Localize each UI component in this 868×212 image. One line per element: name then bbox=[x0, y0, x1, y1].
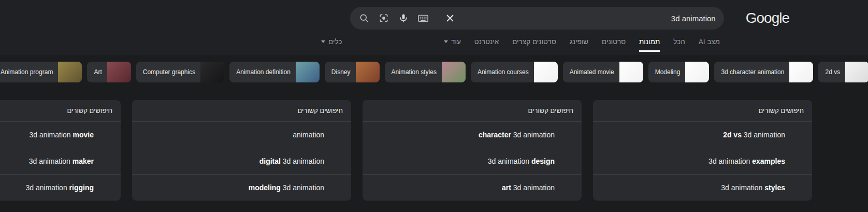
related-search-item[interactable]: character 3d animation bbox=[363, 121, 582, 148]
tab-ai-mode[interactable]: מצב AI bbox=[699, 38, 720, 52]
chip-animation-courses[interactable]: Animation courses bbox=[471, 62, 558, 82]
chip-thumbnail bbox=[534, 62, 558, 82]
chip-3d-character-animation[interactable]: 3d character animation bbox=[714, 62, 813, 82]
chip-animation-styles[interactable]: Animation styles bbox=[385, 62, 466, 82]
related-panel-2: חיפושים קשורים animation digital 3d anim… bbox=[132, 100, 351, 201]
tab-label: אינטרנט bbox=[474, 38, 499, 46]
search-input[interactable]: 3d animation bbox=[350, 7, 724, 30]
google-logo[interactable]: Google bbox=[746, 10, 789, 26]
chip-art[interactable]: Art bbox=[87, 62, 131, 82]
tab-more[interactable]: עוד bbox=[444, 38, 461, 52]
chip-thumbnail bbox=[200, 62, 224, 82]
related-search-item[interactable]: 2d vs 3d animation bbox=[593, 121, 812, 148]
result-tabs: מצב AI הכל תמונות סרטונים שופינג סרטונים… bbox=[0, 33, 868, 52]
mic-icon[interactable] bbox=[398, 12, 409, 24]
tab-label: הכל bbox=[673, 38, 685, 46]
search-icon[interactable] bbox=[358, 12, 370, 24]
chip-label: 3d character animation bbox=[714, 68, 789, 76]
search-query-text[interactable]: 3d animation bbox=[671, 14, 716, 23]
chip-label: Computer graphics bbox=[136, 68, 200, 76]
chip-label: Disney bbox=[325, 68, 356, 76]
chip-2d-vs[interactable]: 2d vs bbox=[818, 62, 868, 82]
tab-label: סרטונים bbox=[602, 38, 626, 46]
header: Google 3d animation bbox=[0, 0, 868, 55]
chip-label: Animation styles bbox=[385, 68, 442, 76]
chip-disney[interactable]: Disney bbox=[325, 62, 380, 82]
tab-label: שופינג bbox=[570, 38, 588, 46]
chip-label: Animation program bbox=[0, 68, 58, 76]
google-images-results-page: { "logo": { "text": "Google" }, "search"… bbox=[0, 0, 868, 212]
chip-thumbnail bbox=[789, 62, 813, 82]
chip-thumbnail bbox=[296, 62, 320, 82]
tools-label: כלים bbox=[328, 38, 342, 46]
chip-modeling[interactable]: Modeling bbox=[648, 62, 710, 82]
tab-label: מצב AI bbox=[699, 38, 720, 46]
chip-label: 2d vs bbox=[818, 68, 845, 76]
chip-label: Animated movie bbox=[563, 68, 619, 76]
chip-thumbnail bbox=[685, 62, 709, 82]
related-panel-title: חיפושים קשורים bbox=[363, 100, 582, 121]
tab-label: עוד bbox=[451, 38, 461, 46]
search-bar-icons bbox=[358, 12, 456, 24]
clear-icon[interactable] bbox=[444, 12, 456, 24]
related-search-item[interactable]: animation bbox=[132, 121, 351, 148]
related-panel-title: חיפושים קשורים bbox=[593, 100, 812, 121]
chip-label: Art bbox=[87, 68, 107, 76]
related-panel-1: חיפושים קשורים 3d animation movie 3d ani… bbox=[0, 100, 121, 201]
related-search-item[interactable]: 3d animation rigging bbox=[0, 174, 121, 201]
top-row: Google 3d animation bbox=[0, 0, 868, 33]
related-searches-section: חיפושים קשורים 3d animation movie 3d ani… bbox=[0, 100, 868, 201]
related-search-item[interactable]: digital 3d animation bbox=[132, 148, 351, 174]
related-panel-title: חיפושים קשורים bbox=[0, 100, 121, 121]
related-search-item[interactable]: modeling 3d animation bbox=[132, 174, 351, 201]
filter-chips-strip: Animation program Art Computer graphics … bbox=[0, 62, 868, 82]
chip-thumbnail bbox=[107, 62, 131, 82]
tab-web[interactable]: אינטרנט bbox=[474, 38, 499, 52]
chip-computer-graphics[interactable]: Computer graphics bbox=[136, 62, 224, 82]
related-panel-4: חיפושים קשורים 2d vs 3d animation 3d ani… bbox=[593, 100, 812, 201]
chip-thumbnail bbox=[58, 62, 82, 82]
lens-icon[interactable] bbox=[378, 12, 389, 24]
chip-animated-movie[interactable]: Animated movie bbox=[563, 62, 643, 82]
related-search-item[interactable]: 3d animation styles bbox=[593, 174, 812, 201]
chip-thumbnail bbox=[619, 62, 643, 82]
tab-label: סרטונים קצרים bbox=[512, 38, 556, 46]
related-search-item[interactable]: 3d animation design bbox=[363, 148, 582, 174]
tab-short-videos[interactable]: סרטונים קצרים bbox=[512, 38, 556, 52]
related-search-item[interactable]: 3d animation movie bbox=[0, 121, 121, 148]
related-search-item[interactable]: 3d animation examples bbox=[593, 148, 812, 174]
chevron-down-icon bbox=[444, 40, 448, 43]
chip-animation-program[interactable]: Animation program bbox=[0, 62, 82, 82]
related-search-item[interactable]: 3d animation maker bbox=[0, 148, 121, 174]
chip-thumbnail bbox=[845, 62, 868, 82]
related-panel-3: חיפושים קשורים character 3d animation 3d… bbox=[363, 100, 582, 201]
chip-label: Animation courses bbox=[471, 68, 534, 76]
keyboard-icon[interactable] bbox=[417, 12, 429, 24]
tab-shopping[interactable]: שופינג bbox=[570, 38, 588, 52]
chip-thumbnail bbox=[442, 62, 466, 82]
tab-videos[interactable]: סרטונים bbox=[602, 38, 626, 52]
chip-animation-definition[interactable]: Animation definition bbox=[229, 62, 320, 82]
chip-label: Modeling bbox=[648, 68, 686, 76]
chevron-down-icon bbox=[321, 40, 325, 43]
related-panel-title: חיפושים קשורים bbox=[132, 100, 351, 121]
chip-label: Animation definition bbox=[229, 68, 296, 76]
tab-all[interactable]: הכל bbox=[673, 38, 685, 52]
related-search-item[interactable]: art 3d animation bbox=[363, 174, 582, 201]
chip-thumbnail bbox=[356, 62, 380, 82]
tab-images[interactable]: תמונות bbox=[639, 38, 660, 52]
tools-button[interactable]: כלים bbox=[321, 38, 342, 52]
tab-label: תמונות bbox=[639, 38, 660, 46]
